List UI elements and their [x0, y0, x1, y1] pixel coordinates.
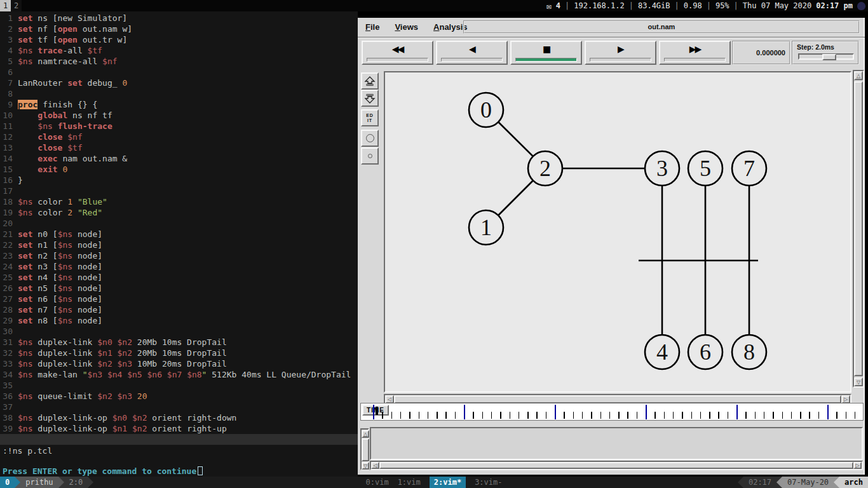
svg-text:2: 2 — [539, 156, 551, 181]
code-line: 5$ns namtrace-all $nf — [0, 56, 358, 67]
code-line: 39$ns duplex-link-op $n1 $n2 orient righ… — [0, 423, 358, 434]
vim-message: Press ENTER or type command to continue — [3, 466, 203, 477]
svg-text:5: 5 — [700, 156, 711, 181]
ruler-minor-tick — [682, 412, 683, 419]
ruler-minor-tick — [627, 412, 628, 419]
large-node-button[interactable] — [361, 130, 379, 147]
ruler-minor-tick — [654, 412, 656, 419]
svg-text:1: 1 — [480, 215, 492, 240]
ruler-minor-tick — [618, 412, 620, 419]
clock-time: 02:17 pm — [816, 1, 853, 10]
trace-hscroll-thumb[interactable] — [379, 462, 853, 469]
edit-button[interactable]: EDIT — [361, 109, 379, 126]
fast-forward-button[interactable]: ▶▶ — [659, 41, 731, 65]
line-number: 18 — [0, 196, 18, 207]
workspace-tag-2[interactable]: 2 — [11, 0, 22, 11]
code-line: 15 exit 0 — [0, 164, 358, 175]
tmux-window-1vim[interactable]: 1:vim — [398, 478, 421, 487]
filename-field: out.nam — [463, 20, 860, 34]
ruler-minor-tick — [510, 412, 511, 419]
network-node-5[interactable]: 5 — [688, 151, 722, 186]
trace-vscrollbar[interactable]: △ ▽ — [360, 428, 369, 470]
trace-right-arrow[interactable]: ▷ — [853, 462, 862, 469]
terminal-window: 1set ns [new Simulator]2set nf [open out… — [0, 11, 358, 477]
network-node-7[interactable]: 7 — [732, 151, 766, 186]
scroll-down-arrow[interactable]: ▽ — [854, 377, 863, 386]
line-number: 35 — [0, 380, 18, 391]
line-number: 21 — [0, 229, 18, 240]
time-display: 0.000000 — [732, 41, 790, 65]
network-node-4[interactable]: 4 — [645, 335, 679, 369]
ruler-minor-tick — [582, 412, 583, 419]
code-line: 18$ns color 1 "Blue" — [0, 196, 358, 207]
svg-text:3: 3 — [656, 156, 668, 181]
time-marker — [376, 407, 378, 415]
trace-hscrollbar[interactable]: ◁ ▷ — [370, 461, 863, 470]
clock-date: Thu 07 May 2020 — [743, 1, 811, 10]
ruler-minor-tick — [846, 412, 847, 419]
ruler-minor-tick — [664, 412, 665, 419]
mail-icon: ✉ — [546, 1, 552, 11]
code-line: 32$ns duplex-link $n1 $n2 20Mb 10ms Drop… — [0, 348, 358, 358]
lower-button[interactable] — [361, 90, 379, 107]
network-node-3[interactable]: 3 — [645, 151, 679, 186]
ruler-minor-tick — [764, 412, 765, 419]
code-area[interactable]: 1set ns [new Simulator]2set nf [open out… — [0, 13, 358, 434]
code-line: 20 — [0, 218, 358, 229]
network-topology: 021357468 — [385, 72, 850, 391]
code-line: 29set n8 [$ns node] — [0, 315, 358, 326]
memory-usage: 83.4GiB — [638, 1, 670, 10]
code-line: 2set nf [open out.nam w] — [0, 24, 358, 34]
ruler-minor-tick — [536, 412, 538, 419]
network-node-8[interactable]: 8 — [732, 335, 766, 369]
code-line: 17 — [0, 186, 358, 196]
small-node-button[interactable] — [361, 147, 379, 165]
play-button[interactable]: ▶ — [585, 41, 656, 65]
network-node-6[interactable]: 6 — [688, 335, 722, 369]
canvas-vscrollbar[interactable]: △ ▽ — [853, 70, 864, 388]
trace-vscroll-thumb[interactable] — [362, 438, 369, 461]
ruler-minor-tick — [419, 412, 420, 419]
top-status-bar: 1 2 ✉ 4 | 192.168.1.2 | 83.4GiB | 0.98 |… — [0, 0, 868, 11]
network-canvas[interactable]: 021357468 — [384, 71, 851, 393]
trace-up-arrow[interactable]: △ — [362, 430, 369, 438]
code-line: 6 — [0, 67, 358, 78]
line-number: 22 — [0, 240, 18, 250]
ruler-minor-tick — [437, 412, 438, 419]
workspace-tag-1[interactable]: 1 — [0, 0, 11, 11]
ruler-major-tick — [373, 405, 374, 419]
vscroll-thumb[interactable] — [854, 81, 863, 376]
fast-forward-icon: ▶▶ — [660, 42, 729, 56]
line-number: 12 — [0, 132, 18, 142]
menu-views[interactable]: Views — [387, 18, 426, 37]
time-slider-handle[interactable]: TIME — [362, 405, 389, 416]
rewind-button[interactable]: ◀◀ — [362, 41, 433, 65]
stop-button[interactable]: ■ — [510, 41, 582, 65]
line-number: 20 — [0, 218, 18, 229]
step-slider-thumb[interactable] — [822, 54, 836, 60]
network-node-0[interactable]: 0 — [469, 93, 503, 127]
code-line: 31$ns duplex-link $n0 $n2 20Mb 10ms Drop… — [0, 337, 358, 348]
scroll-up-arrow[interactable]: △ — [854, 71, 863, 80]
playback-controls: ◀◀ ◀ ■ ▶ ▶▶ 0.000000 Step: 2.0ms — [358, 38, 865, 67]
tmux-window-0vim[interactable]: 0:vim — [366, 478, 389, 487]
line-number: 33 — [0, 358, 18, 369]
terminal-cursor — [198, 466, 203, 475]
raise-button[interactable] — [361, 72, 379, 90]
tmux-window-2vim[interactable]: 2:vim* — [430, 477, 466, 488]
code-line: 13 close $tf — [0, 142, 358, 153]
line-number: 13 — [0, 142, 18, 153]
back-play-button[interactable]: ◀ — [436, 41, 508, 65]
trace-down-arrow[interactable]: ▽ — [362, 462, 369, 470]
ruler-minor-tick — [718, 412, 719, 419]
trace-left-arrow[interactable]: ◁ — [371, 462, 379, 469]
tmux-window-3vim[interactable]: 3:vim- — [475, 478, 502, 487]
notification-icon[interactable] — [857, 2, 865, 10]
step-slider[interactable] — [798, 53, 854, 60]
vim-statusline — [0, 434, 358, 445]
line-number: 24 — [0, 261, 18, 272]
network-node-1[interactable]: 1 — [469, 210, 503, 245]
time-ruler[interactable]: TIME — [360, 403, 864, 421]
network-node-2[interactable]: 2 — [528, 151, 562, 186]
menu-file[interactable]: File — [358, 18, 387, 37]
